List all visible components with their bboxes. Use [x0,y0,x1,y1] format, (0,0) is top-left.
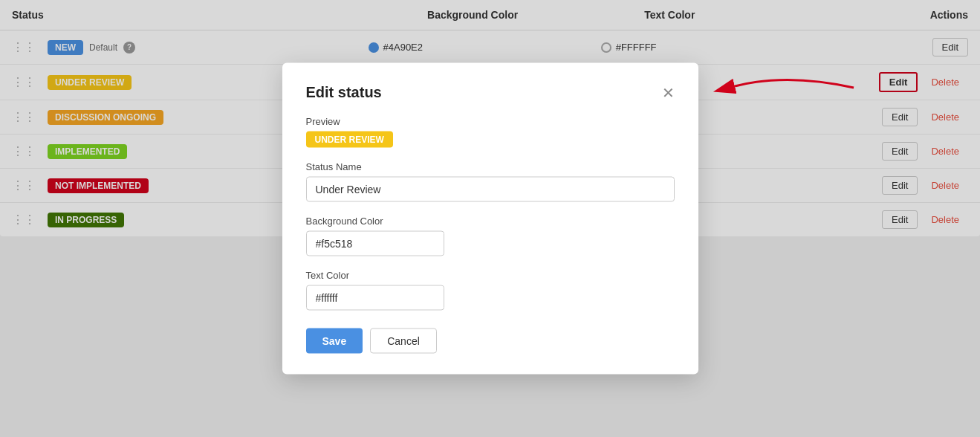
preview-section: Preview UNDER REVIEW [306,116,675,148]
status-name-input[interactable] [306,177,675,202]
edit-status-modal: Edit status ✕ Preview UNDER REVIEW Statu… [282,63,698,375]
bg-color-section: Background Color [306,216,675,256]
text-color-input-wrapper [306,285,444,311]
text-color-label: Text Color [306,270,675,281]
bg-color-input-wrapper [306,231,444,256]
text-color-section: Text Color [306,270,675,311]
status-name-section: Status Name [306,161,675,202]
modal-title: Edit status [306,84,382,101]
status-name-label: Status Name [306,161,675,172]
preview-badge: UNDER REVIEW [306,132,393,148]
bg-color-input[interactable] [306,231,444,256]
bg-color-label: Background Color [306,216,675,227]
modal-header: Edit status ✕ [306,84,675,101]
cancel-button[interactable]: Cancel [370,328,437,354]
modal-footer: Save Cancel [306,328,675,354]
preview-label: Preview [306,116,675,127]
save-button[interactable]: Save [306,328,363,354]
modal-close-button[interactable]: ✕ [662,85,675,100]
text-color-input[interactable] [306,285,444,311]
